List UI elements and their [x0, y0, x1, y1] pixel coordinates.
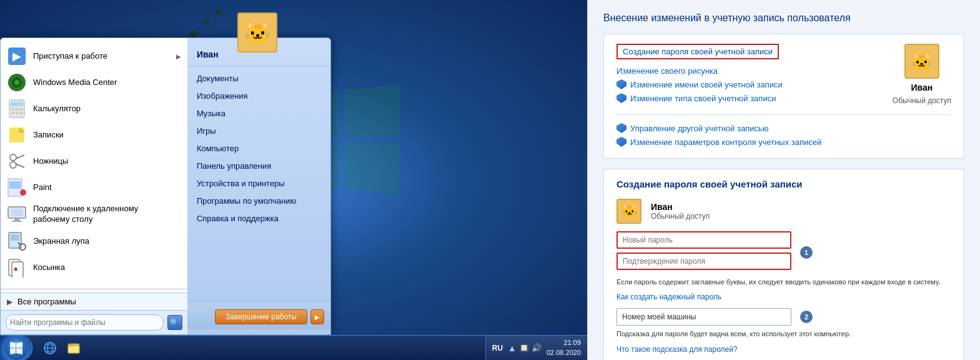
confirm-password-input[interactable]	[616, 252, 791, 270]
music-label: Музыка	[197, 109, 225, 118]
search-input[interactable]	[6, 314, 164, 331]
scissors-icon	[7, 151, 27, 171]
getting-started-label: Приступая к работе	[33, 51, 107, 62]
panel-title: Внесение изменений в учетную запись поль…	[603, 12, 964, 24]
games-label: Игры	[197, 126, 216, 136]
shutdown-arrow-button[interactable]: ▶	[310, 309, 324, 324]
change-type-link[interactable]: Изменение типа своей учетной записи	[616, 91, 883, 105]
getting-started-arrow: ▶	[176, 53, 181, 60]
solitaire-icon: ♠	[7, 258, 27, 278]
change-uac-link[interactable]: Изменение параметров контроля учетных за…	[616, 135, 951, 149]
change-name-label: Изменение имени своей учетной записи	[630, 80, 783, 89]
start-button[interactable]	[0, 336, 32, 361]
solitaire-label: Косынка	[33, 262, 65, 273]
taskbar: RU ▲ 🔲 🔊 21:09 02.08.2020	[0, 335, 587, 360]
search-button[interactable]: 🔍	[167, 315, 182, 330]
svg-point-2	[190, 31, 197, 38]
user-actions-section: Создание пароля своей учетной записи Изм…	[603, 34, 964, 159]
remote-desktop-label: Подключение к удаленному рабочему столу	[33, 204, 158, 225]
sticky-notes-label: Записки	[33, 130, 64, 141]
change-picture-link[interactable]: Изменение своего рисунка	[616, 64, 883, 78]
start-right-control-panel[interactable]: Панель управления	[187, 157, 330, 174]
password-note: Если пароль содержит заглавные буквы, их…	[616, 278, 951, 287]
start-item-remote-desktop[interactable]: Подключение к удаленному рабочему столу	[1, 201, 187, 228]
defaults-label: Программы по умолчанию	[197, 196, 296, 206]
strong-password-link[interactable]: Как создать надежный пароль	[616, 292, 721, 301]
start-right-pictures[interactable]: Изображения	[187, 87, 330, 104]
computer-label: Компьютер	[197, 144, 239, 153]
panel-user-role: Обычный доступ	[893, 96, 951, 105]
change-picture-label: Изменение своего рисунка	[616, 66, 718, 76]
start-right-documents[interactable]: Документы	[187, 69, 330, 87]
hint-row: 2	[616, 308, 951, 326]
start-right-computer[interactable]: Компьютер	[187, 139, 330, 157]
start-menu: ▶ Приступая к работе ▶ Windows Media Cen…	[0, 38, 331, 335]
start-item-getting-started[interactable]: ▶ Приступая к работе ▶	[1, 43, 187, 69]
taskbar-pinned-items	[39, 337, 85, 359]
magnifier-icon	[7, 231, 27, 251]
documents-label: Документы	[197, 74, 239, 83]
svg-point-35	[20, 189, 26, 196]
start-right-defaults[interactable]: Программы по умолчанию	[187, 192, 330, 209]
taskbar-ie-button[interactable]	[39, 337, 61, 359]
start-item-solitaire[interactable]: ♠ Косынка	[1, 254, 187, 281]
start-item-scissors[interactable]: Ножницы	[1, 148, 187, 174]
svg-rect-36	[9, 181, 21, 189]
getting-started-icon: ▶	[7, 46, 27, 66]
create-password-role: Обычный доступ	[651, 212, 710, 221]
svg-rect-55	[68, 344, 73, 346]
svg-rect-39	[14, 218, 19, 221]
calculator-icon	[7, 99, 27, 119]
media-center-icon	[7, 72, 27, 92]
start-item-media-center[interactable]: Windows Media Center	[1, 69, 187, 96]
shutdown-button[interactable]: Завершение работы	[215, 309, 307, 324]
start-right-devices[interactable]: Устройства и принтеры	[187, 174, 330, 192]
start-right-help[interactable]: Справка и поддержка	[187, 209, 330, 227]
change-uac-label: Изменение параметров контроля учетных за…	[630, 138, 821, 147]
create-password-avatar: 🐱	[616, 199, 641, 224]
hint-link[interactable]: Что такое подсказка для паролей?	[616, 345, 738, 354]
windows-logo-icon	[9, 341, 23, 355]
volume-icon[interactable]: 🔊	[532, 343, 542, 352]
confirm-password-group	[616, 252, 791, 270]
taskbar-explorer-button[interactable]	[62, 337, 85, 359]
all-programs-label: Все программы	[17, 297, 76, 306]
svg-text:♠: ♠	[14, 264, 18, 273]
hint-input[interactable]	[616, 308, 791, 326]
start-right-games[interactable]: Игры	[187, 122, 330, 139]
paint-icon	[7, 178, 27, 198]
clock-time: 21:09	[547, 338, 581, 348]
system-clock[interactable]: 21:09 02.08.2020	[547, 338, 581, 358]
start-item-calculator[interactable]: Калькулятор	[1, 96, 187, 122]
create-password-user-row: 🐱 Иван Обычный доступ	[616, 199, 951, 224]
start-right-music[interactable]: Музыка	[187, 104, 330, 122]
start-item-magnifier[interactable]: Экранная лупа	[1, 228, 187, 254]
desktop: 🐱 ▶ Приступая к работе ▶ Win	[0, 0, 587, 360]
svg-point-31	[10, 154, 16, 161]
manage-other-label: Управление другой учетной записью	[630, 124, 768, 133]
taskbar-system-tray: RU ▲ 🔲 🔊 21:09 02.08.2020	[485, 336, 587, 361]
create-password-link[interactable]: Создание пароля своей учетной записи	[616, 44, 779, 59]
help-label: Справка и поддержка	[197, 214, 279, 223]
new-password-input[interactable]	[616, 231, 791, 249]
network-status-icon: 🔲	[519, 343, 529, 352]
svg-rect-22	[11, 108, 14, 111]
all-programs-item[interactable]: ▶ Все программы	[1, 292, 187, 310]
start-item-sticky-notes[interactable]: Записки	[1, 122, 187, 148]
panel-user-name: Иван	[911, 82, 933, 92]
start-separator	[1, 289, 187, 289]
change-name-link[interactable]: Изменение имени своей учетной записи	[616, 78, 883, 91]
svg-line-33	[16, 164, 24, 168]
manage-other-link[interactable]: Управление другой учетной записью	[616, 121, 951, 135]
hint-note: Подсказка для пароля будет видна всем, к…	[616, 329, 951, 339]
step-2-indicator: 2	[800, 311, 813, 323]
svg-rect-25	[11, 112, 14, 114]
network-icon[interactable]: ▲	[508, 343, 517, 353]
shield-icon-2	[616, 93, 626, 103]
scissors-label: Ножницы	[33, 156, 68, 167]
password-inputs-row: 1	[616, 231, 951, 274]
language-indicator[interactable]: RU	[492, 344, 503, 352]
start-search-bar: 🔍	[1, 310, 187, 334]
start-item-paint[interactable]: Paint	[1, 174, 187, 201]
svg-rect-42	[11, 234, 19, 241]
